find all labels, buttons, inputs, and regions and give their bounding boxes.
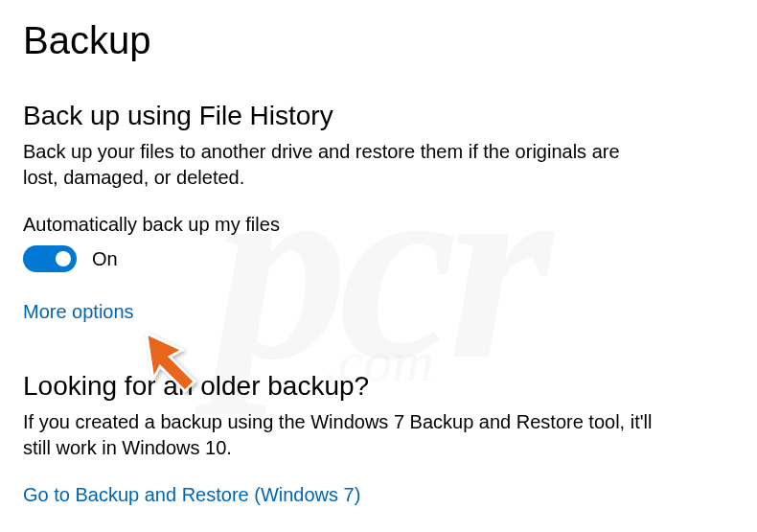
backup-restore-win7-link[interactable]: Go to Backup and Restore (Windows 7) (23, 484, 360, 506)
toggle-knob (56, 251, 71, 266)
auto-backup-label: Automatically back up my files (23, 214, 734, 236)
older-backup-heading: Looking for an older backup? (23, 371, 734, 402)
toggle-state-text: On (92, 248, 118, 270)
more-options-link[interactable]: More options (23, 301, 134, 323)
page-title: Backup (23, 19, 734, 62)
file-history-section: Back up using File History Back up your … (23, 101, 734, 323)
older-backup-description: If you created a backup using the Window… (23, 409, 655, 461)
auto-backup-toggle[interactable] (23, 245, 77, 272)
older-backup-section: Looking for an older backup? If you crea… (23, 371, 734, 506)
file-history-heading: Back up using File History (23, 101, 734, 131)
file-history-description: Back up your files to another drive and … (23, 139, 655, 191)
